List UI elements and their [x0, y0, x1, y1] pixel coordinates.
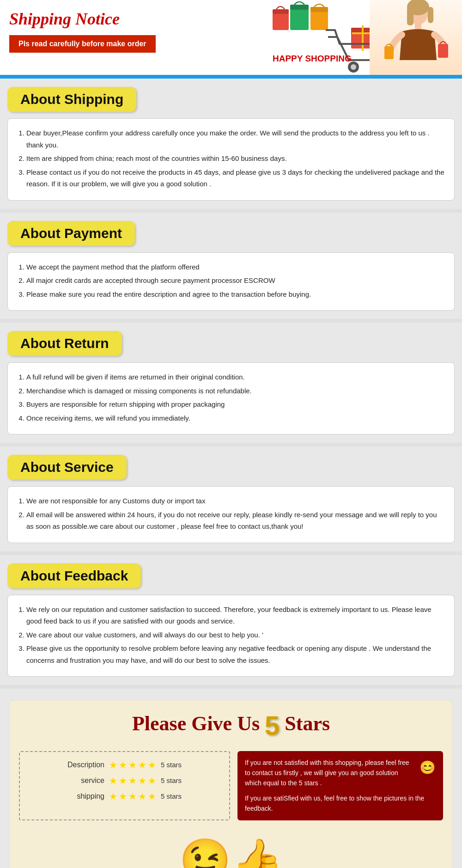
feedback-section: About Feedback We rely on our reputation…	[0, 555, 462, 685]
svg-rect-1	[273, 9, 289, 14]
stars-icons-description: ★ ★ ★ ★ ★	[109, 759, 156, 770]
service-section: About Service We are not responsible for…	[0, 446, 462, 551]
page-title: Shipping Notice	[9, 9, 156, 29]
divider-4	[0, 551, 462, 555]
stars-info-text-2: If you are satiSfied with us, feel free …	[245, 793, 436, 814]
divider-5	[0, 685, 462, 689]
return-item-4: Once receiving items, we will refund you…	[26, 412, 445, 424]
return-section: About Return A full refund will be given…	[0, 323, 462, 443]
star-sh2: ★	[119, 791, 127, 802]
star-sh5: ★	[148, 791, 156, 802]
star-count-shipping: 5 stars	[161, 792, 186, 800]
happy-shopping-text: HAPPY SHOPPING	[273, 54, 352, 64]
svg-rect-18	[407, 7, 413, 25]
divider-1	[0, 209, 462, 213]
star-5: ★	[148, 759, 156, 770]
star-s3: ★	[128, 775, 137, 786]
thank-you-section: 😉👍 Thank you!	[19, 827, 443, 868]
star-2: ★	[119, 759, 127, 770]
header-border	[0, 75, 462, 77]
svg-rect-3	[290, 5, 309, 10]
stars-table: Description ★ ★ ★ ★ ★ 5 stars service ★ …	[19, 751, 230, 820]
header-left: Shipping Notice Pls read carefully befor…	[9, 9, 156, 53]
stars-outer: Please Give Us 5 Stars Description ★ ★ ★…	[0, 689, 462, 868]
feedback-label-text: About Feedback	[20, 568, 128, 583]
stars-icons-shipping: ★ ★ ★ ★ ★	[109, 791, 156, 802]
svg-rect-22	[384, 46, 394, 59]
shipping-item-2: Item are shipped from china; reach most …	[26, 153, 445, 165]
star-sh4: ★	[138, 791, 146, 802]
star-s1: ★	[109, 775, 117, 786]
service-item-1: We are not responsible for any Customs d…	[26, 495, 445, 507]
shipping-item-3: Please contact us if you do not receive …	[26, 166, 445, 190]
payment-label: About Payment	[7, 221, 135, 246]
return-content: A full refund will be given if items are…	[7, 362, 455, 434]
woman-svg	[383, 0, 448, 79]
svg-rect-5	[310, 7, 328, 12]
shipping-section: About Shipping Dear buyer,Please confirm…	[0, 79, 462, 209]
star-sh3: ★	[128, 791, 137, 802]
shipping-content: Dear buyer,Please confirm your address c…	[7, 118, 455, 201]
smiley-icon: 😊	[419, 758, 436, 778]
feedback-item-2: We care about our value customers, and w…	[26, 629, 445, 641]
shipping-label: About Shipping	[7, 87, 136, 112]
star-row-service: service ★ ★ ★ ★ ★ 5 stars	[29, 775, 220, 786]
svg-point-12	[351, 64, 356, 70]
payment-section: About Payment We accept the payment meth…	[0, 213, 462, 319]
feedback-label: About Feedback	[7, 563, 141, 588]
stars-middle: Description ★ ★ ★ ★ ★ 5 stars service ★ …	[19, 751, 443, 820]
star-count-description: 5 stars	[161, 761, 186, 769]
stars-section: Please Give Us 5 Stars Description ★ ★ ★…	[9, 700, 453, 868]
return-item-3: Buyers are responsible for return shippi…	[26, 398, 445, 410]
star-s2: ★	[119, 775, 127, 786]
star-row-shipping: shipping ★ ★ ★ ★ ★ 5 stars	[29, 791, 220, 802]
service-item-2: All email will be answered within 24 hou…	[26, 509, 445, 532]
service-label: About Service	[7, 455, 127, 480]
thumbs-up-emoji: 😉👍	[19, 836, 443, 868]
star-sh1: ★	[109, 791, 117, 802]
star-label-description: Description	[63, 761, 104, 769]
shipping-label-text: About Shipping	[20, 92, 123, 107]
divider-3	[0, 443, 462, 446]
page-header: Shipping Notice Pls read carefully befor…	[0, 0, 462, 79]
star-label-shipping: shipping	[63, 792, 104, 801]
service-content: We are not responsible for any Customs d…	[7, 486, 455, 543]
woman-illustration	[370, 0, 462, 79]
payment-label-text: About Payment	[20, 226, 122, 241]
stars-icons-service: ★ ★ ★ ★ ★	[109, 775, 156, 786]
payment-item-2: All major credit cards are accepted thro…	[26, 275, 445, 287]
return-item-2: Merchandise which is damaged or missing …	[26, 385, 445, 397]
stars-title-after: Stars	[280, 712, 330, 735]
stars-info-text-1: If you are not satisfied with this shopp…	[245, 758, 436, 789]
stars-title-before: Please Give Us	[132, 712, 265, 735]
divider-2	[0, 319, 462, 323]
star-3: ★	[128, 759, 137, 770]
payment-item-3: Please make sure you read the entire des…	[26, 288, 445, 300]
return-item-1: A full refund will be given if items are…	[26, 371, 445, 383]
stars-info-box: 😊 If you are not satisfied with this sho…	[237, 751, 443, 820]
star-s4: ★	[138, 775, 146, 786]
svg-rect-21	[438, 44, 448, 58]
svg-rect-19	[428, 7, 433, 23]
star-s5: ★	[148, 775, 156, 786]
star-count-service: 5 stars	[161, 776, 186, 784]
star-4: ★	[138, 759, 146, 770]
return-label: About Return	[7, 331, 122, 356]
feedback-item-1: We rely on our reputation and customer s…	[26, 604, 445, 627]
feedback-item-3: Please give us the opportunity to resolv…	[26, 642, 445, 666]
stars-title: Please Give Us 5 Stars	[19, 709, 443, 742]
stars-five: 5	[265, 710, 280, 740]
service-label-text: About Service	[20, 459, 114, 475]
header-subtitle: Pls read carefully before make order	[9, 35, 156, 53]
shipping-item-1: Dear buyer,Please confirm your address c…	[26, 127, 445, 151]
star-1: ★	[109, 759, 117, 770]
star-row-description: Description ★ ★ ★ ★ ★ 5 stars	[29, 759, 220, 770]
payment-content: We accept the payment method that the pl…	[7, 252, 455, 311]
star-label-service: service	[63, 776, 104, 785]
feedback-content: We rely on our reputation and customer s…	[7, 595, 455, 677]
payment-item-1: We accept the payment method that the pl…	[26, 261, 445, 273]
svg-rect-8	[362, 25, 364, 51]
return-label-text: About Return	[20, 336, 109, 351]
